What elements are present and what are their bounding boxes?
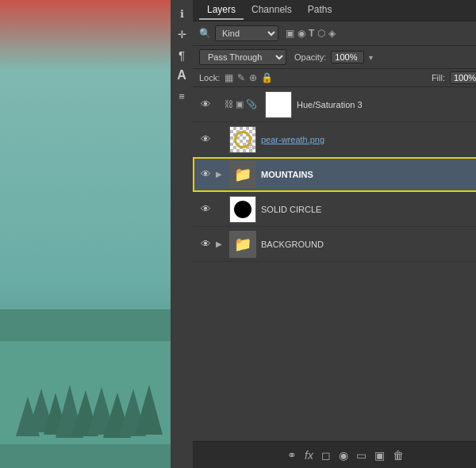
add-mask-button[interactable]: ◻ <box>321 449 331 462</box>
add-adjustment-button[interactable]: ◉ <box>339 449 348 462</box>
panel-tabs: Layers Channels Paths ☰ <box>193 0 476 21</box>
panel-bottom-toolbar: ⚭ fx ◻ ◉ ▭ ▣ 🗑 <box>193 441 476 468</box>
add-fx-button[interactable]: fx <box>305 449 313 462</box>
layer-thumb-mountains: 📁 <box>229 161 256 188</box>
smart-filter-icon[interactable]: ◈ <box>328 28 336 39</box>
layer-expand-background[interactable]: ▶ <box>213 239 225 250</box>
folder-icon: 📁 <box>234 236 251 253</box>
filter-row: 🔍 Kind ▣ ◉ T ⬡ ◈ <box>193 21 476 46</box>
tab-layers[interactable]: Layers <box>199 1 244 20</box>
lock-pixels-icon[interactable]: ▦ <box>225 72 233 83</box>
link-layers-button[interactable]: ⚭ <box>287 449 297 462</box>
layer-item-background[interactable]: 👁 ▶ 📁 BACKGROUND <box>193 227 476 262</box>
layer-thumb-hue <box>265 91 292 118</box>
layer-name-solid-circle: SOLID CIRCLE <box>261 205 476 214</box>
layer-name-mountains: MOUNTAINS <box>261 170 476 179</box>
tab-channels[interactable]: Channels <box>244 1 300 20</box>
shape-filter-icon[interactable]: ⬡ <box>317 28 325 39</box>
tab-paths[interactable]: Paths <box>300 1 340 20</box>
layer-name-hue-saturation: Hue/Saturation 3 <box>297 100 476 109</box>
folder-icon: 📁 <box>234 166 251 183</box>
layers-panel: Layers Channels Paths ☰ 🔍 Kind ▣ ◉ T ⬡ ◈… <box>193 0 476 468</box>
filter-kind-select[interactable]: Kind <box>215 25 278 41</box>
adjustment-icon-small: ▣ <box>236 99 244 109</box>
layer-expand-hue <box>213 99 225 110</box>
layer-thumb-solid-circle <box>229 196 256 223</box>
lock-icons: ▦ ✎ ⊕ 🔒 <box>225 72 273 83</box>
fill-label: Fill: <box>432 73 445 82</box>
search-icon: 🔍 <box>199 28 211 39</box>
lock-fill-row: Lock: ▦ ✎ ⊕ 🔒 Fill: 100% ▾ <box>193 69 476 87</box>
lock-label: Lock: <box>199 73 220 82</box>
black-circle-decoration <box>234 201 251 218</box>
opacity-label: Opacity: <box>294 52 326 62</box>
tool-sidebar: ℹ ✛ ¶ A ≡ <box>171 0 193 468</box>
move-tool-icon[interactable]: ✛ <box>173 25 190 43</box>
canvas-preview <box>0 0 171 468</box>
lock-position-icon[interactable]: ✎ <box>237 72 245 83</box>
delete-layer-button[interactable]: 🗑 <box>393 449 404 462</box>
layer-visibility-toggle[interactable]: 👁 <box>198 132 213 148</box>
layer-expand-solid <box>213 204 225 215</box>
layer-item-mountains[interactable]: 👁 ▶ 📁 MOUNTAINS <box>193 157 476 192</box>
type-filter-icon[interactable]: T <box>309 28 314 39</box>
layer-expand-pear <box>213 134 225 145</box>
pixel-filter-icon[interactable]: ▣ <box>286 28 294 39</box>
layer-name-background: BACKGROUND <box>261 240 476 249</box>
lock-artboard-icon[interactable]: ⊕ <box>249 72 257 83</box>
svg-rect-10 <box>0 444 171 468</box>
blend-mode-select[interactable]: Pass Through <box>199 49 286 65</box>
layers-list: 👁 ⛓ ▣ 📎 Hue/Saturation 3 👁 ⛓ pear-wreath… <box>193 87 476 441</box>
layer-name-pear-wreath: pear-wreath.png <box>261 135 476 144</box>
layer-item-solid-circle[interactable]: 👁 SOLID CIRCLE fx ▾ <box>193 192 476 227</box>
add-group-button[interactable]: ▭ <box>356 449 367 462</box>
info-tool-icon[interactable]: ℹ <box>173 5 190 22</box>
layer-expand-mountains[interactable]: ▶ <box>213 169 225 180</box>
lock-all-icon[interactable]: 🔒 <box>261 72 273 83</box>
opacity-value[interactable]: 100% <box>331 51 364 63</box>
link-badge-icon: ⛓ <box>248 144 255 152</box>
clip-icon: 📎 <box>246 99 257 109</box>
opacity-dropdown-arrow[interactable]: ▾ <box>369 53 373 62</box>
new-layer-button[interactable]: ▣ <box>374 449 385 462</box>
text-tool-icon[interactable]: ¶ <box>173 46 190 63</box>
layer-visibility-toggle[interactable]: 👁 <box>198 201 213 217</box>
note-tool-icon[interactable]: ≡ <box>173 87 190 105</box>
layer-visibility-toggle[interactable]: 👁 <box>198 236 213 252</box>
layer-thumb-background: 📁 <box>229 231 256 258</box>
type-tool-icon[interactable]: A <box>173 67 190 84</box>
adjust-filter-icon[interactable]: ◉ <box>298 28 305 39</box>
filter-icons: ▣ ◉ T ⬡ ◈ <box>286 28 336 39</box>
fill-value[interactable]: 100% <box>450 71 476 84</box>
layer-visibility-toggle[interactable]: 👁 <box>198 167 213 182</box>
layer-thumb-pear: ⛓ <box>229 126 256 153</box>
layer-item-pear-wreath[interactable]: 👁 ⛓ pear-wreath.png <box>193 122 476 157</box>
layer-visibility-toggle[interactable]: 👁 <box>198 97 213 113</box>
blend-mode-row: Pass Through Opacity: 100% ▾ <box>193 46 476 69</box>
layer-item-hue-saturation[interactable]: 👁 ⛓ ▣ 📎 Hue/Saturation 3 <box>193 87 476 122</box>
link-chain-icon: ⛓ <box>225 99 233 109</box>
